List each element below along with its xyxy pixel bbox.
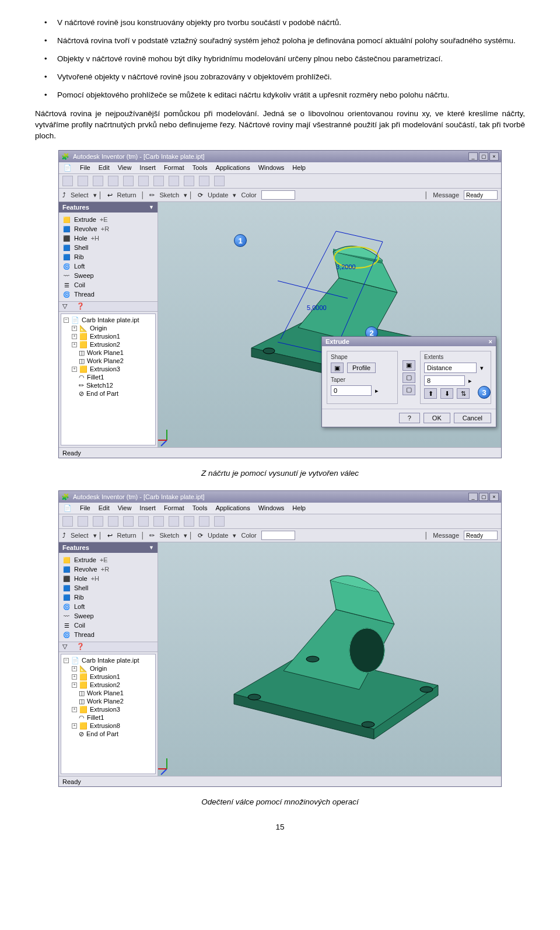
menu-view[interactable]: View [118,164,132,172]
shade-icon[interactable] [199,516,209,527]
feature-revolve[interactable]: 🟦Revolve+R [61,224,155,234]
close-button[interactable]: × [489,493,499,501]
wire-icon[interactable] [214,516,225,527]
menu-edit[interactable]: Edit [99,164,110,172]
undo-icon[interactable] [108,516,118,527]
maximize-button[interactable]: ▢ [479,152,488,161]
help-icon[interactable]: ❓ [76,643,85,651]
select-label[interactable]: Select [71,191,89,198]
select-icon[interactable]: ⤴ [62,191,66,198]
feature-loft[interactable]: 🌀Loft [61,602,155,611]
feature-hole[interactable]: ⬛Hole+H [61,234,155,243]
tree-node[interactable]: +🟨Extrusion1 [64,673,153,681]
menu-windows[interactable]: Windows [258,504,285,512]
zoom-icon[interactable] [138,516,149,527]
menu-applications[interactable]: Applications [215,504,250,512]
tree-node[interactable]: ⊘End of Part [64,730,153,738]
feature-loft[interactable]: 🌀Loft [61,262,155,271]
rotate-icon[interactable] [169,176,179,186]
expand-icon[interactable]: + [72,682,77,688]
viewport[interactable]: 3,2000 5,0000 3,2000 1 2 Extrude × Shape [158,202,501,447]
distance-field[interactable]: 8 [424,375,465,386]
redo-icon[interactable] [123,176,134,186]
close-button[interactable]: × [489,152,499,161]
color-field[interactable] [261,531,295,540]
minimize-button[interactable]: _ [468,152,478,161]
tree-node[interactable]: +🟨Extrusion3 [64,705,153,713]
expand-icon[interactable]: + [72,367,77,372]
feature-coil[interactable]: ☰Coil [61,280,155,290]
panel-header[interactable]: Features ▼ [59,202,158,213]
close-icon[interactable]: × [489,338,492,345]
tree-node[interactable]: ⊘End of Part [64,389,153,398]
tree-node[interactable]: +📐Origin [64,324,153,332]
expand-icon[interactable]: + [72,723,77,729]
feature-sweep[interactable]: 〰Sweep [61,611,155,621]
feature-thread[interactable]: 🌀Thread [61,630,155,639]
dialog-titlebar[interactable]: Extrude × [322,337,496,346]
feature-extrude[interactable]: 🟨Extrude+E [61,555,155,565]
expand-icon[interactable]: + [72,666,77,671]
feature-sweep[interactable]: 〰Sweep [61,271,155,280]
dir-2-icon[interactable]: ⬇ [440,388,453,399]
profile-button[interactable]: Profile [347,363,376,373]
op-join-icon[interactable]: ▣ [402,360,415,371]
op-intersect-icon[interactable]: ▢ [402,385,415,395]
extents-mode[interactable]: Distance [424,363,477,373]
return-label[interactable]: Return [117,532,136,539]
tree-node[interactable]: ✏Sketch12 [64,381,153,389]
menu-format[interactable]: Format [164,164,184,172]
maximize-button[interactable]: ▢ [479,493,488,501]
menu-view[interactable]: View [118,504,132,512]
select-icon[interactable]: ⤴ [62,532,66,539]
feature-revolve[interactable]: 🟦Revolve+R [61,565,155,574]
tree-node[interactable]: ◠Fillet1 [64,713,153,722]
rotate-icon[interactable] [169,516,179,527]
menu-insert[interactable]: Insert [139,504,156,512]
sketch-icon[interactable]: ✏ [149,532,155,539]
tree-node[interactable]: +🟨Extrusion2 [64,340,153,349]
feature-hole[interactable]: ⬛Hole+H [61,574,155,583]
model-tree[interactable]: −📄Carb Intake plate.ipt +📐Origin +🟨Extru… [61,654,156,774]
spinner-icon[interactable]: ▸ [375,387,379,395]
menu-insert[interactable]: Insert [139,164,156,172]
menu-applications[interactable]: Applications [215,164,250,172]
new-icon[interactable] [62,176,73,186]
select-label[interactable]: Select [71,532,89,539]
pan-icon[interactable] [153,516,164,527]
expand-icon[interactable]: + [72,334,77,339]
dir-1-icon[interactable]: ⬆ [424,388,437,399]
tree-node[interactable]: −📄Carb Intake plate.ipt [64,316,153,324]
color-field[interactable] [261,190,295,200]
tree-node[interactable]: ◫Work Plane1 [64,689,153,697]
update-label[interactable]: Update [208,191,228,198]
tree-node[interactable]: +📐Origin [64,664,153,673]
fit-icon[interactable] [184,516,194,527]
taper-field[interactable]: 0 [331,385,372,396]
viewport[interactable] [158,542,501,776]
spinner-icon[interactable]: ▸ [468,377,472,385]
expand-icon[interactable]: + [72,326,77,331]
menu-help[interactable]: Help [292,504,306,512]
collapse-icon[interactable]: − [64,318,69,323]
tree-node[interactable]: −📄Carb Intake plate.ipt [64,656,153,664]
menu-edit[interactable]: Edit [99,504,110,512]
feature-extrude[interactable]: 🟨Extrude+E [61,215,155,224]
help-button[interactable]: ? [399,413,420,423]
save-icon[interactable] [93,516,103,527]
tree-node[interactable]: +🟨Extrusion2 [64,681,153,689]
sketch-label[interactable]: Sketch [159,532,179,539]
return-label[interactable]: Return [117,191,136,198]
wire-icon[interactable] [214,176,225,186]
filter-icon[interactable]: ▽ [62,302,71,311]
tree-node[interactable]: ◫Work Plane2 [64,357,153,365]
tree-node[interactable]: ◠Fillet1 [64,373,153,381]
open-icon[interactable] [78,516,88,527]
tree-node[interactable]: ◫Work Plane2 [64,697,153,705]
minimize-button[interactable]: _ [468,493,478,501]
feature-shell[interactable]: 🟦Shell [61,583,155,593]
filter-icon[interactable]: ▽ [62,643,71,651]
chevron-down-icon[interactable]: ▾ [480,364,484,372]
menu-tools[interactable]: Tools [192,504,208,512]
tree-node[interactable]: +🟨Extrusion1 [64,332,153,340]
